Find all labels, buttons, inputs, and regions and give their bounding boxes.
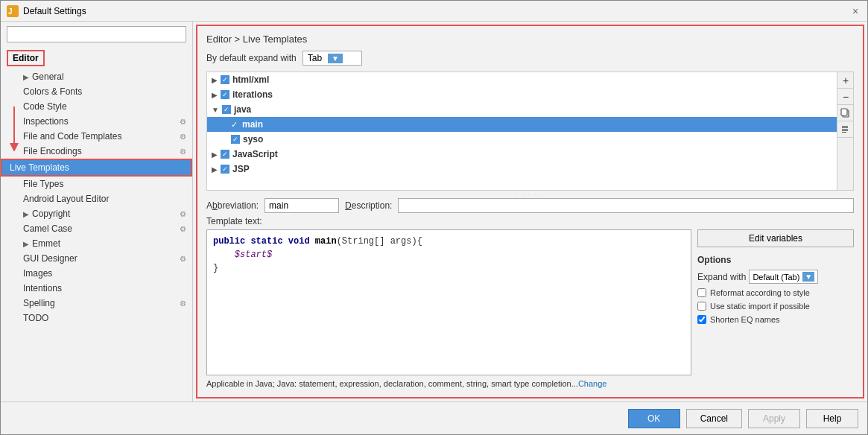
svg-rect-7 xyxy=(842,127,848,128)
search-input[interactable] xyxy=(7,26,186,42)
template-group-header-iterations[interactable]: ▶ ✓ iterations xyxy=(207,87,837,102)
template-group-java: ▼ ✓ java ✓ main ✓ syso xyxy=(207,102,837,147)
apply-button[interactable]: Apply xyxy=(748,409,800,428)
edit-variables-button[interactable]: Edit variables xyxy=(697,229,854,247)
svg-rect-8 xyxy=(842,129,848,130)
template-group-jsp: ▶ ✓ JSP xyxy=(207,162,837,177)
sidebar-item-colors-fonts[interactable]: Colors & Fonts xyxy=(1,84,192,99)
sidebar-item-label: Emmet xyxy=(32,238,60,249)
title-bar-left: J Default Settings xyxy=(7,5,86,17)
checkmark-main: ✓ xyxy=(231,120,238,130)
main-panel: Editor > Live Templates By default expan… xyxy=(196,25,864,399)
sidebar-item-label: Android Layout Editor xyxy=(23,194,109,204)
sidebar-item-label: GUI Designer xyxy=(23,253,77,264)
shorten-eq-label: Shorten EQ names xyxy=(710,315,780,324)
checkbox-syso[interactable]: ✓ xyxy=(231,135,240,144)
sidebar-item-copyright[interactable]: ▶ Copyright ⚙ xyxy=(1,206,192,221)
sidebar-item-emmet[interactable]: ▶ Emmet xyxy=(1,236,192,251)
sidebar-item-code-style[interactable]: Code Style xyxy=(1,99,192,114)
template-code-editor[interactable]: public static void main(String[] args){ … xyxy=(206,229,691,375)
resize-handle[interactable]: · · · · · xyxy=(206,191,854,197)
reformat-label: Reformat according to style xyxy=(710,288,810,297)
expand-arrow-html-xml: ▶ xyxy=(212,76,218,84)
checkbox-iterations[interactable]: ✓ xyxy=(221,90,229,99)
list-side-buttons: + − xyxy=(837,72,853,190)
template-group-javascript: ▶ ✓ JavaScript xyxy=(207,147,837,162)
close-button[interactable]: × xyxy=(849,5,861,17)
applicable-row: Applicable in Java; Java: statement, exp… xyxy=(206,378,854,390)
expand-with-label: Expand with xyxy=(697,272,746,282)
template-group-header-jsp[interactable]: ▶ ✓ JSP xyxy=(207,162,837,177)
sidebar-item-label: TODO xyxy=(23,313,48,323)
sidebar-item-todo[interactable]: TODO xyxy=(1,311,192,326)
sidebar-item-intentions[interactable]: Intentions xyxy=(1,281,192,296)
add-template-button[interactable]: + xyxy=(837,72,854,89)
settings-icon3: ⚙ xyxy=(180,147,186,156)
sidebar-item-label: Copyright xyxy=(32,209,70,219)
change-link[interactable]: Change xyxy=(578,379,607,388)
help-button[interactable]: Help xyxy=(806,409,858,428)
checkbox-shorten-eq[interactable] xyxy=(697,315,706,324)
sidebar-item-label: Camel Case xyxy=(23,223,72,234)
svg-rect-4 xyxy=(841,109,847,115)
checkbox-static-import[interactable] xyxy=(697,302,706,311)
expand-arrow-java: ▼ xyxy=(212,106,219,114)
expand-dropdown[interactable]: Tab ▼ xyxy=(302,51,362,66)
svg-rect-6 xyxy=(842,132,846,133)
expand-arrow-jsp: ▶ xyxy=(212,165,218,174)
template-item-main[interactable]: ✓ main xyxy=(207,117,837,132)
expand-label: By default expand with xyxy=(206,53,297,63)
ok-button[interactable]: OK xyxy=(628,409,680,428)
sidebar-item-label: File Types xyxy=(23,179,63,189)
checkbox-html-xml[interactable]: ✓ xyxy=(221,75,229,84)
settings-icon: ⚙ xyxy=(180,118,186,126)
checkbox-jsp[interactable]: ✓ xyxy=(221,165,229,174)
template-group-header-html-xml[interactable]: ▶ ✓ html/xml xyxy=(207,72,837,87)
checkbox-reformat[interactable] xyxy=(697,288,706,297)
editor-section-label: Editor xyxy=(7,50,45,66)
expand-row: By default expand with Tab ▼ xyxy=(206,51,854,66)
sidebar-item-gui-designer[interactable]: GUI Designer ⚙ xyxy=(1,251,192,266)
expand-value: Tab xyxy=(308,53,322,63)
template-group-header-java[interactable]: ▼ ✓ java xyxy=(207,102,837,117)
group-name-javascript: JavaScript xyxy=(232,149,278,159)
remove-template-button[interactable]: − xyxy=(837,89,854,105)
description-input[interactable] xyxy=(398,198,854,213)
settings-icon6: ⚙ xyxy=(180,255,186,263)
checkbox-java[interactable]: ✓ xyxy=(222,105,231,114)
abbreviation-input[interactable] xyxy=(264,198,339,213)
sidebar-item-inspections[interactable]: Inspections ⚙ xyxy=(1,114,192,129)
expand-arrow-iterations: ▶ xyxy=(212,91,218,99)
settings-icon5: ⚙ xyxy=(180,225,186,233)
sidebar-item-file-code-templates[interactable]: File and Code Templates ⚙ xyxy=(1,129,192,144)
group-name-iterations: iterations xyxy=(232,89,273,100)
edit-template-button[interactable] xyxy=(837,121,854,138)
sidebar-item-label: Inspections xyxy=(23,116,69,127)
sidebar-item-label: Spelling xyxy=(23,298,55,308)
sidebar-item-general[interactable]: ▶ General xyxy=(1,69,192,84)
sidebar-item-android-layout-editor[interactable]: Android Layout Editor xyxy=(1,191,192,206)
checkbox-row-shorten-eq: Shorten EQ names xyxy=(697,315,854,324)
title-bar: J Default Settings × xyxy=(1,1,867,22)
dialog: J Default Settings × Editor ▶ General Co… xyxy=(0,0,868,435)
cancel-button[interactable]: Cancel xyxy=(686,409,742,428)
sidebar-item-live-templates[interactable]: Live Templates xyxy=(1,159,192,177)
sidebar-item-file-types[interactable]: File Types xyxy=(1,177,192,191)
copy-icon xyxy=(840,108,851,118)
sidebar-item-images[interactable]: Images xyxy=(1,266,192,281)
checkbox-javascript[interactable]: ✓ xyxy=(221,150,229,159)
sidebar-item-label: Colors & Fonts xyxy=(23,86,82,97)
sidebar-item-camel-case[interactable]: Camel Case ⚙ xyxy=(1,221,192,236)
copy-template-button[interactable] xyxy=(837,105,854,121)
expand-dropdown-arrow: ▼ xyxy=(328,54,343,63)
sidebar-item-file-encodings[interactable]: File Encodings ⚙ xyxy=(1,144,192,159)
settings-icon7: ⚙ xyxy=(180,299,186,308)
sidebar-item-spelling[interactable]: Spelling ⚙ xyxy=(1,296,192,311)
expand-with-row: Expand with Default (Tab) ▼ xyxy=(697,270,854,284)
expand-with-arrow: ▼ xyxy=(802,272,814,282)
template-item-syso[interactable]: ✓ syso xyxy=(207,132,837,147)
template-group-header-javascript[interactable]: ▶ ✓ JavaScript xyxy=(207,147,837,162)
template-list: ▶ ✓ html/xml ▶ ✓ iterations xyxy=(207,72,837,190)
expand-with-dropdown[interactable]: Default (Tab) ▼ xyxy=(749,270,818,284)
app-icon: J xyxy=(7,5,19,17)
